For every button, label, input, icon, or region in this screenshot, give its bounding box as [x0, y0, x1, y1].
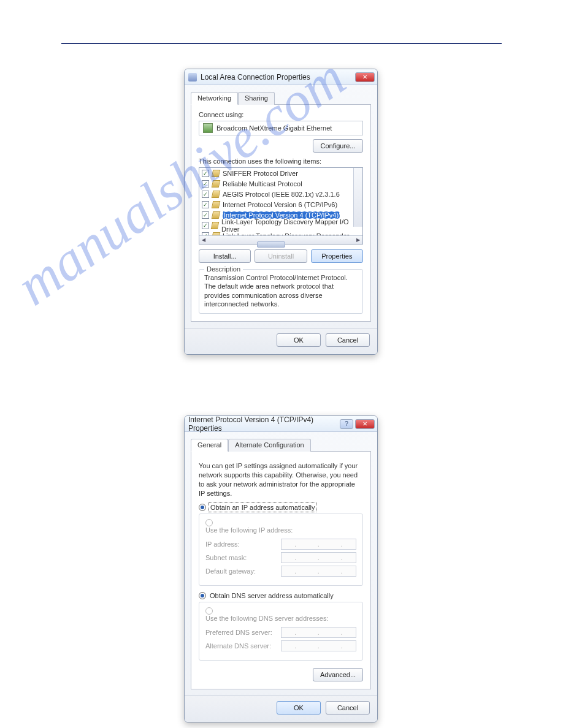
- radio-label: Use the following DNS server addresses:: [205, 615, 329, 622]
- network-icon: [188, 73, 197, 82]
- list-item-label: SNIFFER Protocol Driver: [223, 170, 298, 177]
- scroll-left-icon[interactable]: ◀: [199, 237, 208, 243]
- subnet-mask-input: ...: [281, 552, 356, 563]
- list-item[interactable]: ✓ Link-Layer Topology Discovery Mapper I…: [199, 220, 354, 230]
- content-panel: You can get IP settings assigned automat…: [191, 452, 371, 689]
- component-icon: [212, 180, 221, 188]
- radio-label: Obtain an IP address automatically: [210, 504, 315, 511]
- ip-address-label: IP address:: [205, 540, 281, 548]
- component-icon: [212, 201, 221, 208]
- radio-label: Use the following IP address:: [205, 526, 293, 534]
- properties-button[interactable]: Properties: [311, 249, 363, 263]
- dialog-footer: OK Cancel: [185, 328, 377, 354]
- checkbox-icon[interactable]: ✓: [202, 222, 209, 229]
- ok-button[interactable]: OK: [277, 333, 321, 347]
- description-group: Description Transmission Control Protoco…: [199, 269, 363, 314]
- radio-icon: [199, 504, 206, 511]
- tab-general[interactable]: General: [191, 439, 228, 452]
- radio-use-following-dns[interactable]: Use the following DNS server addresses:: [203, 607, 331, 622]
- preferred-dns-input: ...: [281, 627, 356, 638]
- uses-items-label: This connection uses the following items…: [199, 157, 363, 165]
- list-item-label: Link-Layer Topology Discovery Mapper I/O…: [221, 218, 354, 233]
- list-item[interactable]: ✓ SNIFFER Protocol Driver: [199, 168, 354, 178]
- description-legend: Description: [204, 265, 243, 273]
- description-text: Transmission Control Protocol/Internet P…: [204, 273, 358, 308]
- configure-button[interactable]: Configure...: [313, 139, 363, 153]
- manual-ip-fieldset: Use the following IP address: IP address…: [199, 514, 363, 586]
- scroll-up-icon[interactable]: ▲: [354, 168, 362, 176]
- components-listbox[interactable]: ▲ ▼ ✓ SNIFFER Protocol Driver ✓ Reliable…: [199, 167, 363, 245]
- radio-obtain-dns-auto[interactable]: Obtain DNS server address automatically: [199, 592, 363, 599]
- adapter-name: Broadcom NetXtreme Gigabit Ethernet: [216, 124, 332, 132]
- titlebar[interactable]: Internet Protocol Version 4 (TCP/IPv4) P…: [185, 416, 377, 432]
- adapter-field[interactable]: Broadcom NetXtreme Gigabit Ethernet: [199, 121, 363, 135]
- tab-sharing[interactable]: Sharing: [238, 92, 275, 105]
- scroll-down-icon[interactable]: ▼: [354, 218, 362, 227]
- tab-strip: General Alternate Configuration: [191, 438, 371, 452]
- list-item-label: Internet Protocol Version 6 (TCP/IPv6): [223, 201, 337, 208]
- scrollbar-thumb-horizontal[interactable]: [257, 241, 285, 248]
- cancel-button[interactable]: Cancel: [326, 701, 370, 715]
- close-button[interactable]: ✕: [355, 72, 375, 82]
- scrollbar-horizontal[interactable]: ◀ ▶: [199, 235, 362, 244]
- list-item-label: AEGIS Protocol (IEEE 802.1x) v2.3.1.6: [223, 191, 340, 198]
- local-area-connection-dialog: Local Area Connection Properties ✕ Netwo…: [184, 69, 378, 355]
- dialog-footer: OK Cancel: [185, 696, 377, 722]
- uninstall-button[interactable]: Uninstall: [255, 249, 307, 263]
- titlebar[interactable]: Local Area Connection Properties ✕: [185, 69, 377, 85]
- scroll-right-icon[interactable]: ▶: [354, 237, 362, 243]
- radio-obtain-ip-auto[interactable]: Obtain an IP address automatically: [199, 504, 363, 511]
- radio-icon: [205, 519, 213, 526]
- checkbox-icon[interactable]: ✓: [202, 211, 209, 219]
- checkbox-icon[interactable]: ✓: [202, 201, 209, 208]
- radio-label: Obtain DNS server address automatically: [210, 592, 334, 599]
- connect-using-label: Connect using:: [199, 111, 363, 118]
- ip-settings-help-text: You can get IP settings assigned automat…: [199, 461, 363, 498]
- tab-networking[interactable]: Networking: [191, 92, 238, 105]
- content-panel: Connect using: Broadcom NetXtreme Gigabi…: [191, 105, 371, 322]
- list-item-label: Reliable Multicast Protocol: [223, 180, 302, 188]
- window-title: Local Area Connection Properties: [201, 73, 355, 82]
- window-title: Internet Protocol Version 4 (TCP/IPv4) P…: [188, 415, 340, 433]
- ok-button[interactable]: OK: [277, 701, 321, 715]
- subnet-mask-label: Subnet mask:: [205, 554, 281, 561]
- component-icon: [212, 170, 221, 177]
- list-item[interactable]: ✓ AEGIS Protocol (IEEE 802.1x) v2.3.1.6: [199, 189, 354, 199]
- advanced-button[interactable]: Advanced...: [313, 668, 363, 681]
- scrollbar-thumb-vertical[interactable]: [355, 190, 361, 216]
- preferred-dns-label: Preferred DNS server:: [205, 629, 281, 636]
- ip-address-input: ...: [281, 539, 356, 550]
- help-button[interactable]: ?: [340, 419, 353, 429]
- alternate-dns-label: Alternate DNS server:: [205, 642, 281, 650]
- component-icon: [212, 211, 221, 219]
- component-icon: [211, 222, 220, 229]
- tab-alternate-configuration[interactable]: Alternate Configuration: [228, 439, 311, 452]
- header-rule: [61, 43, 502, 44]
- default-gateway-label: Default gateway:: [205, 567, 281, 575]
- install-button[interactable]: Install...: [199, 249, 251, 263]
- radio-use-following-ip[interactable]: Use the following IP address:: [203, 519, 295, 534]
- list-item[interactable]: ✓ Internet Protocol Version 6 (TCP/IPv6): [199, 199, 354, 210]
- checkbox-icon[interactable]: ✓: [202, 170, 209, 177]
- radio-icon: [205, 607, 213, 615]
- component-icon: [212, 191, 221, 198]
- list-item[interactable]: ✓ Reliable Multicast Protocol: [199, 178, 354, 189]
- default-gateway-input: ...: [281, 566, 356, 577]
- ipv4-properties-dialog: Internet Protocol Version 4 (TCP/IPv4) P…: [184, 415, 378, 722]
- tab-strip: Networking Sharing: [191, 91, 371, 105]
- close-button[interactable]: ✕: [355, 419, 375, 429]
- alternate-dns-input: ...: [281, 640, 356, 651]
- checkbox-icon[interactable]: ✓: [202, 191, 209, 198]
- checkbox-icon[interactable]: ✓: [202, 180, 209, 188]
- radio-icon: [199, 592, 206, 599]
- adapter-icon: [203, 123, 213, 133]
- manual-dns-fieldset: Use the following DNS server addresses: …: [199, 602, 363, 661]
- cancel-button[interactable]: Cancel: [326, 333, 370, 347]
